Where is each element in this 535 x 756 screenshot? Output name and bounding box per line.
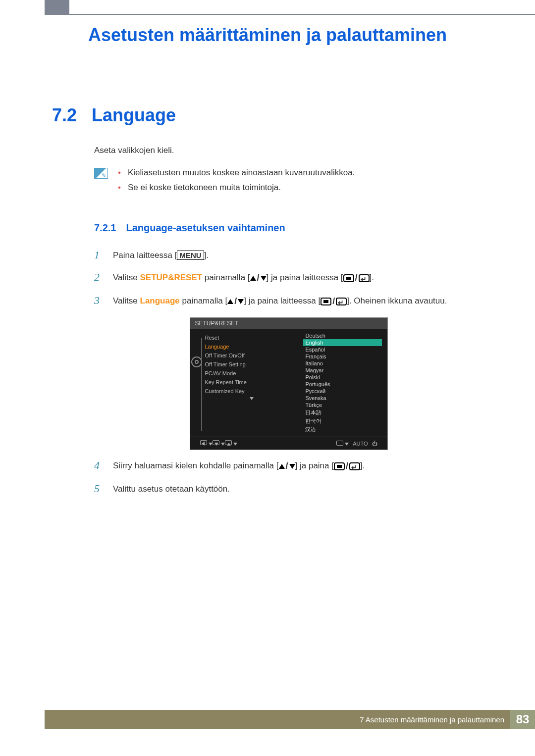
osd-item: Off Timer Setting [205,360,299,369]
page-title: Asetusten määrittäminen ja palauttaminen [0,25,535,46]
up-down-icon: / [250,271,267,285]
lang-option: 日本語 [303,408,382,417]
step-text: Valitse Language painamalla [/] ja paina… [113,294,447,308]
step-text: Paina laitteessa [MENU]. [113,249,209,262]
subsection-title: Language-asetuksen vaihtaminen [126,222,285,234]
nav-left-icon [200,440,213,447]
step-3: 3 Valitse Language painamalla [/] ja pai… [94,294,483,308]
page-number: 83 [510,710,535,729]
footer-bar: 7 Asetusten määrittäminen ja palauttamin… [45,710,535,729]
screen-enter-icon: / [343,271,370,285]
lang-option: Français [303,353,382,360]
highlight-term: Language [140,296,180,305]
lang-option: Italiano [303,360,382,367]
osd-item: PC/AV Mode [205,369,299,378]
step-1: 1 Paina laitteessa [MENU]. [94,249,483,262]
osd-item: Key Repeat Time [205,378,299,387]
gear-icon [191,356,202,367]
text-fragment: ]. [204,251,209,260]
osd-item: Off Timer On/Off [205,351,299,360]
chevron-down-icon [205,396,299,401]
text-fragment: ]. Oheinen ikkuna avautuu. [347,296,447,305]
lang-option: Deutsch [303,332,382,339]
note-icon [94,168,108,179]
enter-icon [336,441,349,447]
step-number: 4 [94,459,103,472]
screen-enter-icon: / [334,459,360,473]
text-fragment: painamalla [ [180,296,227,305]
section-intro: Aseta valikkojen kieli. [94,146,483,155]
subsection-number: 7.2.1 [94,222,116,234]
step-5: 5 Valittu asetus otetaan käyttöön. [94,482,483,496]
up-down-icon: / [227,294,244,308]
osd-language-list: Deutsch English Español Français Italian… [298,329,387,437]
up-down-icon: / [279,459,295,473]
auto-label: AUTO [353,441,368,447]
text-fragment: ]. [370,273,374,282]
lang-option: 汉语 [303,425,382,434]
step-number: 5 [94,482,103,495]
osd-item: Customized Key [205,387,299,396]
section-number: 7.2 [52,105,77,126]
nav-up-icon [225,440,237,447]
osd-body: Reset Language Off Timer On/Off Off Time… [190,329,387,437]
text-fragment: Siirry haluamasi kielen kohdalle painama… [113,461,279,470]
lang-option-selected: English [303,339,382,346]
section-heading-row: 7.2 Language [52,105,483,126]
osd-title: SETUP&RESET [190,318,387,329]
step-text: Valittu asetus otetaan käyttöön. [113,482,230,496]
text-fragment: Valitse [113,273,140,282]
highlight-term: SETUP&RESET [140,273,203,282]
note-item: Kieliasetusten muutos koskee ainoastaan … [118,168,355,178]
osd-left-panel: Reset Language Off Timer On/Off Off Time… [190,329,299,437]
lang-option: Türkçe [303,402,382,408]
text-fragment: Valitse [113,296,140,305]
lang-option: Svenska [303,395,382,402]
text-fragment: ] ja paina laitteessa [ [267,273,343,282]
note-block: Kieliasetusten muutos koskee ainoastaan … [94,168,483,198]
header-rule [45,14,535,15]
step-number: 3 [94,294,103,307]
osd-item-selected: Language [205,342,299,351]
text-fragment: Paina laitteessa [ [113,251,177,260]
menu-button-label: MENU [177,251,204,260]
section-title: Language [92,105,176,126]
osd-screenshot: SETUP&RESET Reset Language Off Timer On/… [190,317,388,450]
lang-option: Português [303,381,382,388]
screen-enter-icon: / [321,294,347,308]
text-fragment: painamalla [ [202,273,250,282]
lang-option: Русский [303,388,382,395]
lang-option: Polski [303,374,382,381]
subsection-heading-row: 7.2.1 Language-asetuksen vaihtaminen [94,222,483,234]
header-tab [45,0,69,14]
step-text: Valitse SETUP&RESET painamalla [/] ja pa… [113,271,374,285]
lang-option: 한국어 [303,417,382,425]
note-list: Kieliasetusten muutos koskee ainoastaan … [118,168,355,198]
step-number: 1 [94,249,103,261]
osd-bottom-bar: AUTO ⏻ [190,437,387,450]
step-list: 1 Paina laitteessa [MENU]. 2 Valitse SET… [94,249,483,496]
text-fragment: ] ja paina laitteessa [ [244,296,321,305]
osd-item: Reset [205,333,299,342]
text-fragment: ]. [360,461,365,470]
content-area: 7.2 Language Aseta valikkojen kieli. Kie… [0,46,535,496]
step-number: 2 [94,271,103,284]
nav-down-icon [213,440,225,447]
power-icon: ⏻ [372,441,377,447]
note-item: Se ei koske tietokoneen muita toimintoja… [118,183,355,193]
step-2: 2 Valitse SETUP&RESET painamalla [/] ja … [94,271,483,285]
lang-option: Magyar [303,367,382,374]
tree-line [201,338,206,431]
lang-option: Español [303,346,382,353]
footer-text: 7 Asetusten määrittäminen ja palauttamin… [360,715,504,724]
step-4: 4 Siirry haluamasi kielen kohdalle paina… [94,459,483,473]
step-text: Siirry haluamasi kielen kohdalle painama… [113,459,365,473]
text-fragment: ] ja paina [ [295,461,334,470]
